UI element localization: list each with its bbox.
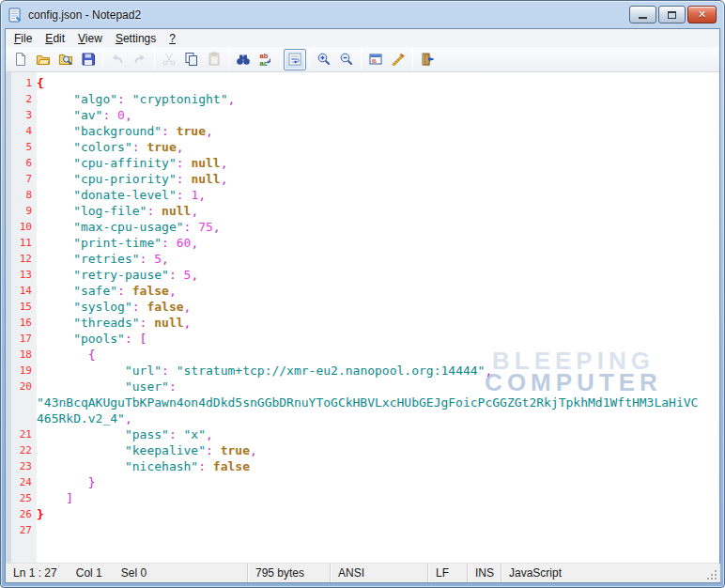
code-token: , [221, 156, 228, 170]
app-window: config.json - Notepad2 ✕ FileEditViewSet… [0, 0, 725, 588]
status-eol-mode[interactable]: LF [428, 564, 468, 582]
code-token [125, 92, 132, 106]
customize-schemes-icon [391, 52, 406, 67]
menu-item-settings[interactable]: Settings [109, 30, 162, 47]
customize-schemes-button[interactable] [387, 49, 409, 70]
line-number: 3 [11, 107, 37, 123]
word-wrap-icon [287, 52, 302, 67]
code-line: 12 "retries": 5, [6, 251, 719, 267]
code-token: true [177, 124, 206, 138]
zoom-in-button[interactable] [313, 49, 335, 70]
code-token: "keepalive" [125, 443, 206, 457]
status-file-size[interactable]: 795 bytes [248, 564, 331, 582]
code-token: null [154, 316, 183, 330]
minimize-button[interactable] [629, 6, 656, 23]
editor[interactable]: BLEEPING COMPUTER 1{2 "algo": "cryptonig… [6, 72, 719, 563]
line-number: 22 [11, 442, 37, 458]
code-line: "43nBcqAKUguTbKPawn4on4dDkd5snGGbDRnuYTo… [6, 395, 719, 410]
new-file-button[interactable] [9, 49, 32, 70]
code-token: "cpu-affinity" [73, 156, 177, 170]
save-file-icon [81, 52, 96, 67]
scheme-config-icon [368, 52, 383, 67]
copy-button[interactable] [180, 49, 203, 70]
code-token: , [191, 204, 198, 218]
redo-button[interactable] [129, 49, 151, 70]
browse-files-button[interactable] [54, 49, 77, 70]
status-syntax-scheme[interactable]: JavaScript [501, 564, 719, 582]
code-line-text: "pools": [ [37, 331, 719, 347]
code-token: , [169, 284, 177, 298]
code-line-text: "background": true, [37, 123, 719, 139]
code-line: 11 "print-time": 60, [6, 235, 719, 251]
scheme-config-button[interactable] [364, 49, 387, 70]
save-file-button[interactable] [77, 49, 100, 70]
code-token [110, 108, 117, 122]
status-position[interactable]: Ln 1 : 27 Col 1 Sel 0 [6, 564, 248, 582]
code-token [37, 491, 66, 505]
code-line-text: "nicehash": false [37, 458, 719, 474]
code-line-text: } [37, 506, 719, 522]
code-token: null [162, 204, 191, 218]
zoom-out-button[interactable] [335, 49, 358, 70]
code-line-text: "threads": null, [37, 315, 719, 331]
code-token: , [206, 124, 213, 138]
code-token [37, 236, 73, 250]
code-line: 24 } [6, 474, 719, 490]
code-token [37, 364, 125, 378]
code-token: : [177, 188, 184, 202]
menu-item-edit[interactable]: Edit [39, 30, 71, 47]
code-token: , [198, 188, 206, 202]
line-number: 17 [11, 331, 37, 347]
maximize-button[interactable] [658, 6, 686, 23]
code-area[interactable]: 1{2 "algo": "cryptonight",3 "av": 0,4 "b… [6, 72, 719, 538]
status-insert-mode[interactable]: INS [468, 564, 501, 582]
replace-button[interactable]: abac [255, 49, 277, 70]
status-encoding[interactable]: ANSI [331, 564, 428, 582]
line-number: 18 [11, 347, 37, 363]
cut-button[interactable] [158, 49, 180, 70]
code-token: 465RkD.v2_4" [37, 411, 125, 426]
menu-item-help[interactable]: ? [162, 30, 182, 47]
code-line: 465RkD.v2_4", [6, 410, 719, 426]
code-line-text: "max-cpu-usage": 75, [37, 219, 719, 235]
code-token: "pass" [125, 427, 169, 441]
code-token: "donate-level" [73, 188, 177, 202]
line-number: 23 [11, 458, 37, 474]
find-button[interactable] [232, 49, 255, 70]
menu-bar: FileEditViewSettings? [6, 29, 719, 47]
code-token [177, 427, 184, 441]
title-bar[interactable]: config.json - Notepad2 ✕ [1, 1, 724, 28]
status-column: Col 1 [76, 566, 102, 580]
code-token: : [162, 124, 169, 138]
code-token: , [184, 300, 192, 314]
resize-grip[interactable] [706, 569, 717, 580]
maximize-icon [668, 11, 676, 19]
code-token: , [221, 172, 228, 186]
code-token: ] [66, 491, 73, 505]
word-wrap-button[interactable] [284, 49, 306, 70]
code-token [37, 427, 125, 441]
undo-button[interactable] [106, 49, 129, 70]
line-number: 8 [11, 187, 37, 203]
line-number [11, 410, 37, 426]
code-line: 15 "syslog": false, [6, 299, 719, 315]
code-token [37, 332, 73, 346]
code-token: , [191, 236, 198, 250]
line-number: 12 [11, 251, 37, 267]
menu-item-file[interactable]: File [8, 30, 39, 47]
exit-button[interactable] [416, 49, 439, 70]
code-line: 17 "pools": [ [6, 331, 719, 347]
code-token [37, 140, 73, 154]
code-token: 60 [177, 236, 192, 250]
code-line: 9 "log-file": null, [6, 203, 719, 219]
code-token: false [147, 300, 183, 314]
code-token: : [169, 268, 177, 282]
close-button[interactable]: ✕ [687, 6, 717, 23]
code-token: "cryptonight" [132, 92, 228, 106]
code-token: "syslog" [73, 300, 132, 314]
open-file-button[interactable] [32, 49, 54, 70]
code-line-text: "cpu-affinity": null, [37, 155, 719, 171]
line-number: 7 [11, 171, 37, 187]
paste-button[interactable] [203, 49, 225, 70]
menu-item-view[interactable]: View [71, 30, 109, 47]
